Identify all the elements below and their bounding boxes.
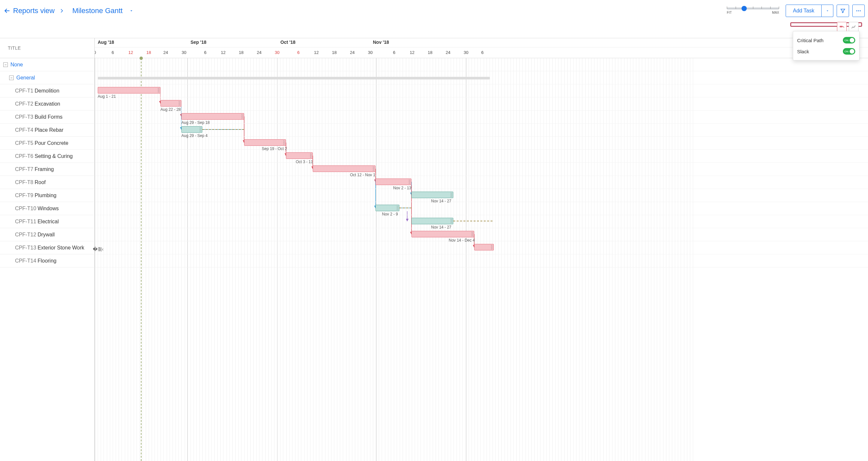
more-button[interactable]: [852, 5, 865, 17]
gantt-row: Aug 29 - Sep 18: [95, 111, 868, 124]
more-icon: [856, 8, 862, 14]
zoom-track: [727, 7, 779, 9]
day-label: 24: [446, 50, 450, 55]
gantt-row: Nov 14 - Dec 4: [95, 228, 868, 241]
gantt-row: Aug 29 - Sep 4: [95, 124, 868, 137]
breadcrumb-reports[interactable]: Reports view: [13, 6, 55, 15]
collapse-toggle[interactable]: −: [9, 75, 14, 80]
task-row[interactable]: CPF-T14Flooring: [0, 254, 94, 268]
day-label: 6: [481, 50, 483, 55]
task-row[interactable]: CPF-T3Build Forms: [0, 111, 94, 124]
gantt-bar[interactable]: [286, 152, 313, 159]
day-label: 18: [147, 50, 151, 55]
group-summary-bar[interactable]: [98, 77, 490, 80]
task-row[interactable]: CPF-T2Excavation: [0, 97, 94, 111]
gantt-bar[interactable]: [244, 139, 286, 146]
back-arrow-icon[interactable]: [3, 7, 11, 15]
gantt-chart[interactable]: Aug 1 - 21Aug 22 - 28Aug 29 - Sep 18Aug …: [95, 58, 868, 461]
task-id: CPF-T3: [15, 114, 33, 120]
popover-row-slack: Slack ON: [797, 46, 855, 57]
critical-path-icon: [839, 24, 845, 30]
zoom-fit-label: FIT: [727, 11, 732, 14]
month-label: Nov '18: [373, 39, 389, 45]
day-label: 18: [428, 50, 432, 55]
day-label: 30: [182, 50, 186, 55]
task-name: Setting & Curing: [35, 153, 73, 159]
slack-toggle[interactable]: ON: [843, 48, 855, 55]
group-none[interactable]: None: [10, 62, 23, 68]
svg-point-1: [858, 10, 859, 11]
collapse-toggle[interactable]: −: [3, 62, 8, 67]
critical-path-toggle[interactable]: ON: [843, 37, 855, 43]
task-row[interactable]: CPF-T12Drywall: [0, 228, 94, 241]
svg-rect-3: [840, 26, 842, 27]
task-row[interactable]: CPF-T7Framing: [0, 163, 94, 176]
chevron-down-icon: [129, 8, 134, 13]
task-row[interactable]: CPF-T11Electrical: [0, 215, 94, 228]
task-row[interactable]: CPF-T13Exterior Stone Work: [0, 241, 94, 254]
day-label: 24: [257, 50, 261, 55]
gantt-bar[interactable]: [474, 244, 494, 250]
task-name: Flooring: [38, 258, 57, 264]
baseline-icon: [851, 24, 857, 30]
task-name: Build Forms: [35, 114, 62, 120]
day-label: 12: [221, 50, 225, 55]
task-row[interactable]: CPF-T5Pour Concrete: [0, 137, 94, 150]
day-label: 30: [275, 50, 279, 55]
baseline-toggle-button[interactable]: [849, 22, 859, 32]
gantt-row: Oct 3 - 11: [95, 150, 868, 163]
gantt-pane[interactable]: Aug '18Sep '18Oct '18Nov '18 06121824306…: [95, 38, 868, 461]
add-task-dropdown[interactable]: [822, 5, 833, 17]
day-label: 18: [332, 50, 337, 55]
group-general[interactable]: General: [16, 75, 35, 81]
gantt-row: Nov 2 - 13: [95, 176, 868, 189]
zoom-slider[interactable]: FIT MAX: [727, 7, 779, 14]
day-label: 6: [393, 50, 395, 55]
gantt-bar[interactable]: [181, 126, 202, 133]
critical-path-toggle-button[interactable]: [837, 22, 847, 32]
gantt-bar[interactable]: [411, 192, 453, 198]
gantt-bar[interactable]: [411, 218, 453, 224]
gantt-bar[interactable]: [411, 231, 474, 237]
zoom-handle[interactable]: [742, 6, 747, 11]
day-label: 24: [163, 50, 168, 55]
view-selector-label: Milestone Gantt: [72, 6, 123, 15]
task-row[interactable]: CPF-T10Windows: [0, 202, 94, 215]
filter-button[interactable]: [837, 5, 849, 17]
chevron-right-icon: [59, 7, 65, 14]
day-label: 12: [410, 50, 414, 55]
task-row[interactable]: CPF-T4Place Rebar: [0, 124, 94, 137]
gantt-bar[interactable]: [375, 179, 411, 185]
view-selector[interactable]: Milestone Gantt: [72, 6, 134, 15]
gantt-bar[interactable]: [181, 113, 244, 120]
month-label: Oct '18: [280, 39, 296, 45]
gantt-bar[interactable]: [160, 100, 181, 106]
timeline-header: Aug '18Sep '18Oct '18Nov '18 06121824306…: [95, 38, 868, 58]
task-name: Plumbing: [35, 192, 57, 198]
top-toolbar: Reports view Milestone Gantt FIT MAX Add…: [0, 0, 868, 22]
task-name: Electrical: [38, 219, 59, 225]
task-row[interactable]: CPF-T6Setting & Curing: [0, 150, 94, 163]
slack-line: [453, 221, 493, 221]
task-row[interactable]: CPF-T9Plumbing: [0, 189, 94, 202]
task-id: CPF-T14: [15, 258, 36, 264]
task-id: CPF-T2: [15, 101, 33, 107]
task-tree: −None−GeneralCPF-T1DemolitionCPF-T2Excav…: [0, 58, 94, 268]
month-label: Sep '18: [190, 39, 206, 45]
gantt-bar[interactable]: [98, 87, 160, 93]
task-row[interactable]: CPF-T1Demolition: [0, 84, 94, 97]
gantt-row: Aug 22 - 28: [95, 97, 868, 111]
gantt-row: [95, 71, 868, 84]
gantt-bar[interactable]: [375, 205, 399, 211]
task-id: CPF-T5: [15, 140, 33, 146]
gantt-row: Sep 19 - Oct 2: [95, 137, 868, 150]
task-name: Windows: [38, 206, 59, 212]
svg-point-0: [856, 10, 857, 11]
task-row[interactable]: CPF-T8Roof: [0, 176, 94, 189]
slack-line: [399, 208, 411, 208]
add-task-button[interactable]: Add Task: [786, 5, 822, 17]
gantt-bar[interactable]: [313, 165, 375, 172]
task-name: Drywall: [38, 232, 55, 238]
task-id: CPF-T1: [15, 88, 33, 94]
day-label: 30: [464, 50, 468, 55]
